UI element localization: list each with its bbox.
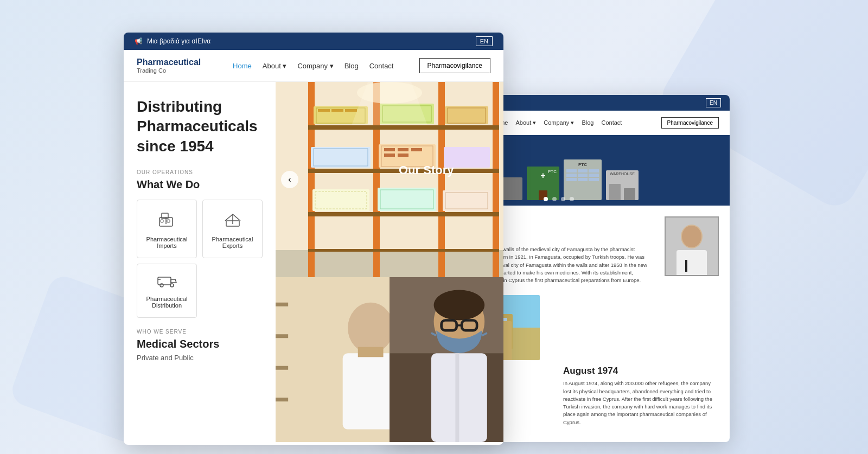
building-warehouse-large: WAREHOUSE [606,170,639,200]
founder-portrait-svg [666,218,718,275]
front-announcement-bar: 📢 Μια βραδιά για σΙΕΙνα EN [124,33,503,50]
front-medical-image-2 [390,277,503,442]
front-distribution-icon [143,273,191,291]
hero-dot-1[interactable] [544,197,548,201]
front-exports-label: Pharmaceutical Exports [208,236,257,249]
front-right-panel: ‹ [276,82,503,442]
front-operation-cards: Pharmaceutical Imports Pharmaceutical Ex… [137,200,263,258]
svg-point-2 [682,226,701,247]
front-card-exports[interactable]: Pharmaceutical Exports [202,200,263,258]
front-medical-image-1 [276,277,390,442]
front-imports-icon [143,209,191,232]
front-logo: Pharmaceutical Trading Co [137,57,207,74]
back-language-button[interactable]: EN [706,98,721,107]
back-portrait-col [665,216,719,284]
svg-rect-57 [411,148,422,151]
svg-rect-49 [445,106,488,124]
svg-point-83 [353,305,388,346]
svg-rect-96 [455,353,459,442]
back-hero-title: Our Story [399,163,454,177]
building-office-large: PTC [564,159,602,200]
back-1974-body: In August 1974, along with 200.000 other… [563,380,719,426]
front-bottom-images [276,277,503,442]
front-nav-contact[interactable]: Contact [369,62,394,70]
front-hero-prev-arrow[interactable]: ‹ [281,171,298,188]
svg-rect-28 [158,277,171,285]
back-nav-company[interactable]: Company ▾ [544,119,574,126]
svg-rect-74 [276,398,288,401]
svg-point-29 [160,284,163,287]
front-nav: Pharmaceutical Trading Co Home About ▾ C… [124,50,503,82]
svg-rect-37 [493,82,499,277]
front-serve-heading: Medical Sectors [137,338,263,350]
front-pharmacovigilance-button[interactable]: Pharmacovigilance [419,58,490,73]
front-warehouse-image: ‹ [276,82,503,277]
front-distribution-label: Pharmaceutical Distribution [143,296,191,309]
svg-point-30 [170,284,174,287]
warehouse-svg [276,82,503,277]
svg-rect-5 [695,250,703,272]
back-nav-contact[interactable]: Contact [601,119,622,126]
front-nav-home[interactable]: Home [233,62,252,70]
svg-rect-36 [438,82,445,277]
svg-rect-73 [276,366,288,370]
svg-rect-59 [398,154,409,157]
hero-dot-2[interactable] [552,197,557,201]
front-nav-about[interactable]: About ▾ [263,62,287,70]
back-founder-portrait [665,216,719,276]
front-imports-label: Pharmaceutical Imports [143,236,191,249]
svg-rect-51 [311,147,371,168]
svg-rect-84 [358,347,384,357]
svg-rect-71 [276,303,288,306]
front-serve-subtitle: Private and Public [137,354,263,362]
front-language-button[interactable]: EN [476,36,493,46]
building-pharmacy-large: + PTC [527,167,559,200]
svg-rect-40 [308,212,499,216]
front-nav-links: Home About ▾ Company ▾ Blog Contact [207,62,419,70]
front-window: 📢 Μια βραδιά για σΙΕΙνα EN Pharmaceutica… [124,33,503,445]
svg-point-89 [434,290,485,320]
svg-rect-46 [345,109,357,112]
svg-rect-6 [685,260,687,272]
front-card-imports[interactable]: Pharmaceutical Imports [137,200,197,258]
svg-rect-41 [308,249,499,252]
front-megaphone-icon: 📢 [135,37,143,45]
front-announcement-text-wrapper: 📢 Μια βραδιά για σΙΕΙνα [135,37,210,45]
front-serve-label: WHO WE SERVE [137,329,263,335]
svg-rect-38 [308,125,499,130]
svg-rect-72 [276,334,288,338]
back-1974-title: August 1974 [563,366,719,376]
front-main: Distributing Pharmaceuticals since 1954 … [124,82,503,442]
front-left-panel: Distributing Pharmaceuticals since 1954 … [124,82,276,442]
svg-rect-44 [318,109,330,112]
svg-rect-45 [331,109,343,112]
svg-rect-65 [443,190,490,211]
front-operations-label: OUR OPERATIONS [137,169,263,175]
svg-rect-82 [343,353,390,429]
svg-rect-25 [161,220,163,222]
front-card-distribution[interactable]: Pharmaceutical Distribution [137,264,197,318]
back-nav-about[interactable]: About ▾ [515,119,536,126]
front-exports-icon [208,209,257,232]
back-hero-dots [544,197,574,201]
front-operations-heading: What We Do [137,178,263,191]
svg-rect-26 [167,220,170,222]
back-1974-right: August 1974 In August 1974, along with 2… [563,366,719,426]
front-nav-blog[interactable]: Blog [344,62,359,70]
front-nav-company[interactable]: Company ▾ [297,62,333,70]
svg-rect-56 [398,148,409,151]
hero-dot-3[interactable] [561,197,565,201]
back-nav-blog[interactable]: Blog [582,119,593,126]
svg-rect-55 [384,148,395,151]
front-hero-title: Distributing Pharmaceuticals since 1954 [137,97,263,156]
svg-rect-63 [378,188,436,211]
front-announcement-text: Μια βραδιά για σΙΕΙνα [147,37,210,45]
svg-rect-61 [312,189,369,211]
svg-rect-58 [384,154,395,157]
back-pharmacovigilance-button[interactable]: Pharmacovigilance [661,117,719,129]
hero-dot-4[interactable] [570,197,574,201]
svg-rect-95 [431,353,487,442]
